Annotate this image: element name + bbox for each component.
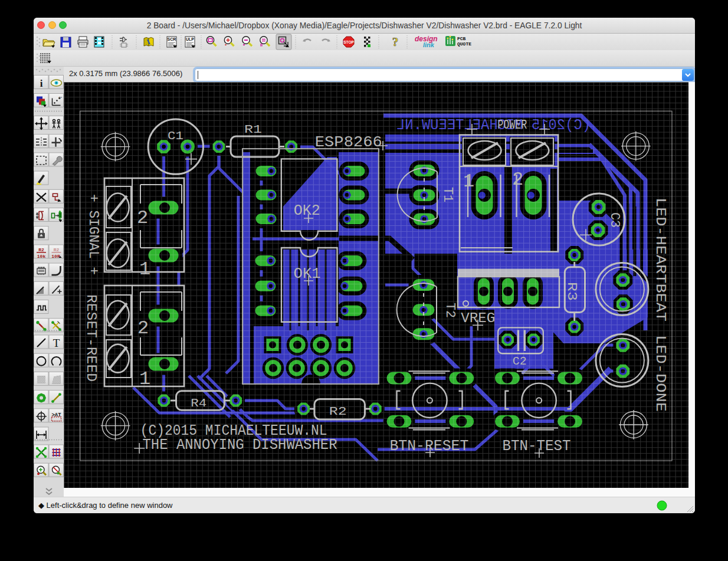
svg-text:10k: 10k — [37, 254, 46, 259]
svg-text:T: T — [53, 337, 60, 349]
svg-text:10R: 10R — [51, 254, 60, 259]
svg-text:R2: R2 — [38, 247, 44, 252]
svg-text:R2: R2 — [54, 247, 60, 252]
svg-text:i: i — [40, 78, 43, 89]
svg-text:9°: 9° — [59, 96, 63, 100]
